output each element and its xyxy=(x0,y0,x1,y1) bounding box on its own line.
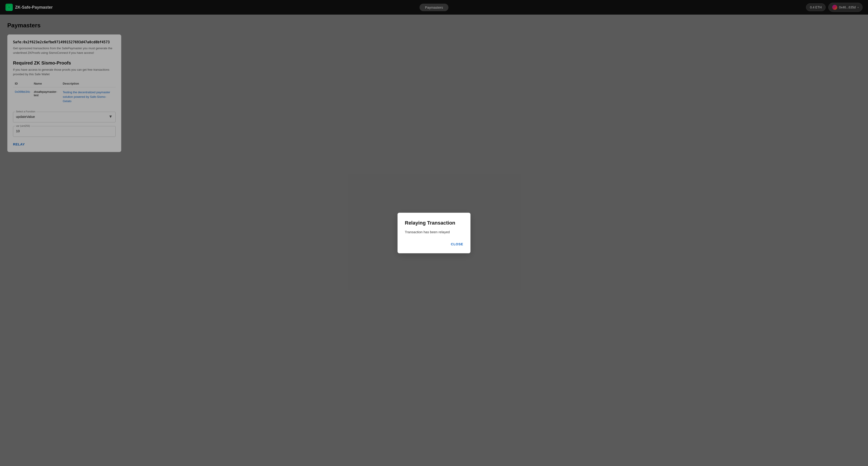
relaying-transaction-modal: Relaying Transaction Transaction has bee… xyxy=(398,213,470,253)
modal-message: Transaction has been relayed xyxy=(405,229,463,235)
modal-close-button[interactable]: CLOSE xyxy=(451,242,463,246)
modal-title: Relaying Transaction xyxy=(405,220,463,226)
modal-actions: CLOSE xyxy=(405,242,463,246)
modal-overlay: Relaying Transaction Transaction has bee… xyxy=(0,0,868,466)
